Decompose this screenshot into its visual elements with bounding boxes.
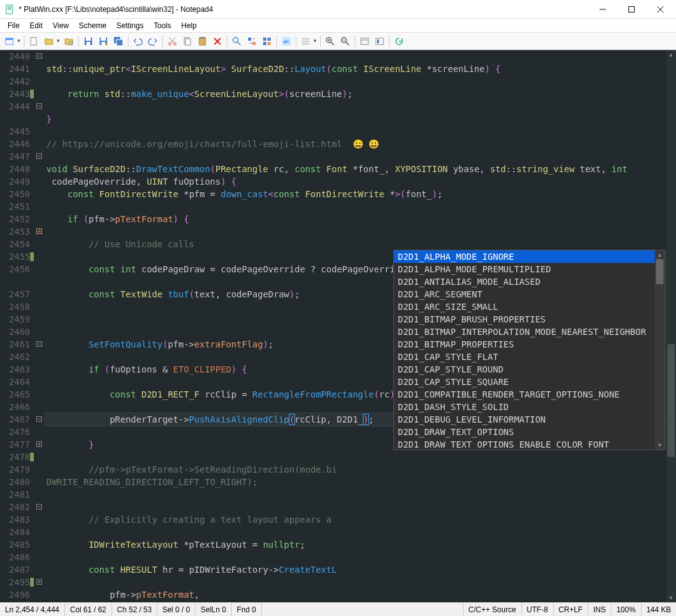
find-in-files-button[interactable] [260, 34, 274, 48]
find-button[interactable] [230, 34, 244, 48]
status-zoom[interactable]: 100% [611, 603, 642, 616]
svg-rect-17 [101, 42, 105, 45]
new-file-button[interactable] [27, 34, 41, 48]
autocomplete-item[interactable]: D2D1_CAP_STYLE_ROUND [394, 363, 655, 376]
paste-button[interactable] [195, 34, 209, 48]
status-found[interactable]: Fnd 0 [232, 603, 262, 616]
menu-settings[interactable]: Settings [112, 20, 148, 31]
scroll-down-icon[interactable]: ▼ [655, 441, 665, 449]
autocomplete-item[interactable]: D2D1_ANTIALIAS_MODE_ALIASED [394, 275, 655, 288]
autocomplete-scrollbar[interactable]: ▲ ▼ [655, 250, 665, 449]
menu-view[interactable]: View [48, 20, 74, 31]
autocomplete-item[interactable]: D2D1_DRAW_TEXT_OPTIONS_ENABLE_COLOR_FONT [394, 438, 655, 449]
open-button[interactable] [42, 34, 56, 48]
undo-button[interactable] [131, 34, 145, 48]
svg-rect-5 [629, 6, 635, 12]
svg-point-30 [233, 38, 238, 43]
svg-rect-27 [200, 37, 204, 39]
show-whitespace-button[interactable] [299, 34, 313, 48]
minimize-button[interactable] [588, 0, 617, 19]
menubar: File Edit View Scheme Settings Tools Hel… [0, 19, 676, 33]
titlebar: * PlatWin.cxx [F:\Libs\notepad4\scintill… [0, 0, 676, 19]
svg-point-20 [169, 43, 171, 45]
svg-text:ab: ab [283, 39, 289, 44]
scheme-button[interactable] [358, 34, 372, 48]
autocomplete-item[interactable]: D2D1_BITMAP_PROPERTIES [394, 338, 655, 351]
word-wrap-button[interactable]: ab [279, 34, 293, 48]
save-as-button[interactable] [96, 34, 110, 48]
svg-rect-9 [6, 38, 13, 40]
svg-rect-13 [86, 38, 91, 41]
svg-rect-52 [376, 38, 383, 44]
toolbar: ▼ ▼ ab ▼ [0, 33, 676, 50]
autocomplete-item[interactable]: D2D1_ALPHA_MODE_PREMULTIPLIED [394, 263, 655, 275]
svg-rect-25 [185, 39, 190, 45]
autocomplete-item[interactable]: D2D1_DRAW_TEXT_OPTIONS [394, 426, 655, 438]
svg-rect-34 [263, 38, 266, 41]
delete-button[interactable] [211, 34, 224, 48]
scroll-thumb[interactable] [656, 259, 663, 284]
close-button[interactable] [646, 0, 675, 19]
dropdown-icon[interactable]: ▼ [56, 38, 61, 44]
menu-tools[interactable]: Tools [148, 20, 176, 31]
maximize-button[interactable] [617, 0, 646, 19]
scroll-up-icon[interactable]: ▲ [666, 50, 676, 59]
status-encoding[interactable]: UTF-8 [522, 603, 554, 616]
redo-button[interactable] [146, 34, 160, 48]
svg-rect-37 [268, 42, 271, 45]
autocomplete-item[interactable]: D2D1_ALPHA_MODE_IGNORE [394, 250, 655, 263]
autocomplete-list[interactable]: D2D1_ALPHA_MODE_IGNORED2D1_ALPHA_MODE_PR… [394, 250, 655, 449]
autocomplete-item[interactable]: D2D1_ARC_SIZE_SMALL [394, 300, 655, 313]
svg-rect-36 [263, 42, 266, 45]
autocomplete-item[interactable]: D2D1_CAP_STYLE_SQUARE [394, 376, 655, 388]
svg-rect-10 [31, 38, 36, 45]
code-area[interactable]: std::unique_ptr<IScreenLineLayout> Surfa… [44, 50, 666, 602]
svg-rect-35 [268, 38, 271, 41]
replace-button[interactable] [245, 34, 259, 48]
dropdown-icon[interactable]: ▼ [313, 38, 318, 44]
scroll-thumb[interactable] [667, 344, 675, 457]
save-button[interactable] [81, 34, 95, 48]
autocomplete-item[interactable]: D2D1_CAP_STYLE_FLAT [394, 351, 655, 363]
zoom-out-button[interactable] [338, 34, 352, 48]
menu-file[interactable]: File [3, 20, 24, 31]
autocomplete-item[interactable]: D2D1_BITMAP_INTERPOLATION_MODE_NEAREST_N… [394, 326, 655, 338]
code-editor[interactable]: 2440244124422443244424452446244724482449… [0, 50, 676, 602]
browse-button[interactable] [62, 34, 76, 48]
autocomplete-item[interactable]: D2D1_ARC_SEGMENT [394, 288, 655, 300]
fold-column[interactable] [35, 50, 44, 602]
autocomplete-item[interactable]: D2D1_DEBUG_LEVEL_INFORMATION [394, 413, 655, 426]
new-window-button[interactable] [3, 34, 16, 48]
svg-rect-53 [377, 39, 379, 43]
menu-scheme[interactable]: Scheme [74, 20, 112, 31]
scroll-up-icon[interactable]: ▲ [655, 250, 665, 259]
refresh-button[interactable] [392, 34, 406, 48]
svg-rect-16 [101, 38, 106, 41]
copy-button[interactable] [180, 34, 194, 48]
autocomplete-popup[interactable]: D2D1_ALPHA_MODE_IGNORED2D1_ALPHA_MODE_PR… [393, 250, 665, 450]
save-copy-button[interactable] [112, 34, 125, 48]
line-number-gutter: 2440244124422443244424452446244724482449… [0, 50, 35, 602]
status-column[interactable]: Col 61 / 62 [65, 603, 112, 616]
dropdown-icon[interactable]: ▼ [16, 38, 21, 44]
status-eol[interactable]: CR+LF [554, 603, 588, 616]
status-insert-mode[interactable]: INS [588, 603, 611, 616]
autocomplete-item[interactable]: D2D1_DASH_STYLE_SOLID [394, 401, 655, 413]
autocomplete-item[interactable]: D2D1_COMPATIBLE_RENDER_TARGET_OPTIONS_NO… [394, 388, 655, 401]
cut-button[interactable] [165, 34, 179, 48]
vertical-scrollbar[interactable]: ▲ ▼ [666, 50, 676, 602]
svg-rect-50 [361, 38, 368, 44]
zoom-in-button[interactable] [323, 34, 337, 48]
menu-edit[interactable]: Edit [24, 20, 48, 31]
scroll-down-icon[interactable]: ▼ [666, 593, 676, 602]
autocomplete-item[interactable]: D2D1_BITMAP_BRUSH_PROPERTIES [394, 313, 655, 326]
status-filesize: 144 KB [642, 603, 676, 616]
menu-help[interactable]: Help [176, 20, 202, 31]
statusbar: Ln 2,454 / 4,444 Col 61 / 62 Ch 52 / 53 … [0, 602, 676, 616]
status-sel-lines[interactable]: SelLn 0 [195, 603, 232, 616]
status-line[interactable]: Ln 2,454 / 4,444 [0, 603, 65, 616]
settings-button[interactable] [373, 34, 387, 48]
status-char[interactable]: Ch 52 / 53 [112, 603, 157, 616]
status-selection[interactable]: Sel 0 / 0 [157, 603, 195, 616]
status-language[interactable]: C/C++ Source [464, 603, 522, 616]
